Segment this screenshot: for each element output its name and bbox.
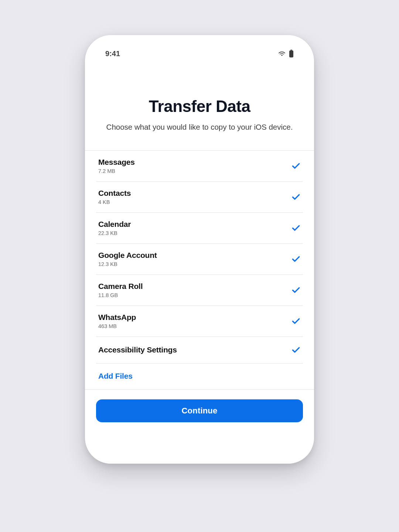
page-title: Transfer Data <box>100 97 299 116</box>
checkmark-icon <box>291 285 301 295</box>
list-item-title: Accessibility Settings <box>98 345 177 354</box>
list-item-title: Camera Roll <box>98 282 143 291</box>
checkmark-icon <box>291 192 301 202</box>
list-item-calendar[interactable]: Calendar 22.3 KB <box>96 213 303 244</box>
list-item-contacts[interactable]: Contacts 4 KB <box>96 182 303 213</box>
list-item-size: 4 KB <box>98 199 131 205</box>
device-frame: 9:41 Transfer Data Choose what you would… <box>85 35 314 464</box>
page-subtitle: Choose what you would like to copy to yo… <box>100 122 299 133</box>
battery-icon <box>289 50 294 58</box>
checkmark-icon <box>291 316 301 326</box>
list-item-size: 12.3 KB <box>98 261 157 267</box>
list-item-size: 22.3 KB <box>98 230 131 236</box>
data-type-list: Messages 7.2 MB Contacts 4 KB Calendar 2… <box>85 151 314 364</box>
checkmark-icon <box>291 161 301 171</box>
list-item-size: 7.2 MB <box>98 168 135 174</box>
list-item-size: 463 MB <box>98 323 136 329</box>
list-item-title: WhatsApp <box>98 313 136 322</box>
svg-rect-0 <box>290 50 292 51</box>
list-item-title: Messages <box>98 158 135 167</box>
list-item-camera-roll[interactable]: Camera Roll 11.8 GB <box>96 275 303 306</box>
footer: Continue <box>85 390 314 422</box>
status-time: 9:41 <box>105 50 120 58</box>
list-item-accessibility-settings[interactable]: Accessibility Settings <box>96 337 303 364</box>
checkmark-icon <box>291 254 301 264</box>
list-item-title: Google Account <box>98 251 157 260</box>
page-header: Transfer Data Choose what you would like… <box>85 61 314 136</box>
list-item-title: Calendar <box>98 220 131 229</box>
add-files-row: Add Files <box>85 364 314 390</box>
continue-button[interactable]: Continue <box>96 399 303 422</box>
list-item-size: 11.8 GB <box>98 292 143 298</box>
status-indicators <box>278 50 294 58</box>
wifi-icon <box>278 51 286 57</box>
checkmark-icon <box>291 223 301 233</box>
list-item-whatsapp[interactable]: WhatsApp 463 MB <box>96 306 303 337</box>
list-item-title: Contacts <box>98 189 131 198</box>
checkmark-icon <box>291 345 301 355</box>
svg-rect-1 <box>289 51 293 58</box>
status-bar: 9:41 <box>85 35 314 61</box>
list-item-google-account[interactable]: Google Account 12.3 KB <box>96 244 303 275</box>
add-files-button[interactable]: Add Files <box>98 372 133 381</box>
list-item-messages[interactable]: Messages 7.2 MB <box>96 151 303 182</box>
